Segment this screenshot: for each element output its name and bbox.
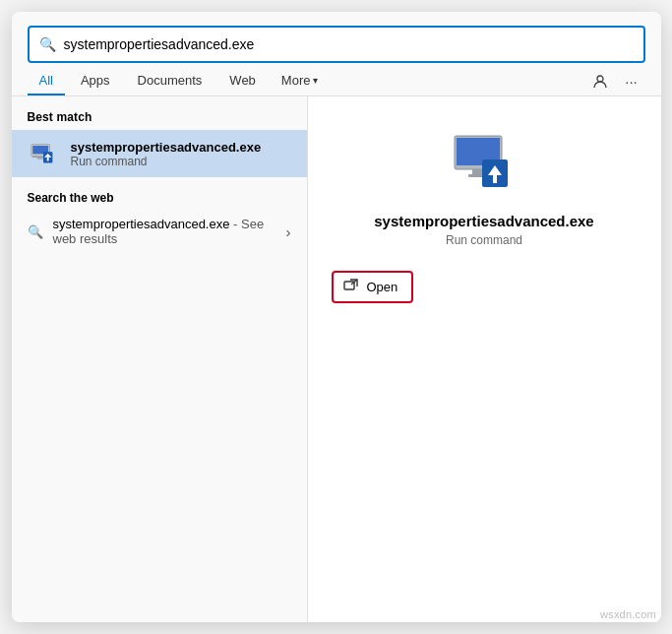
left-panel: Best match [12,96,307,622]
svg-rect-2 [36,158,44,159]
watermark: wsxdn.com [600,608,656,620]
account-icon [592,74,608,90]
main-content: Best match [12,96,661,622]
best-match-item[interactable]: systempropertiesadvanced.exe Run command [12,130,307,177]
svg-rect-14 [493,175,497,183]
tab-all[interactable]: All [28,67,65,95]
detail-app-svg-icon [449,126,519,197]
sys-props-icon [29,139,58,168]
svg-point-0 [597,76,603,82]
search-input[interactable] [64,36,634,52]
best-match-text: systempropertiesadvanced.exe Run command [71,140,262,168]
tab-web[interactable]: Web [217,67,268,95]
chevron-down-icon: ▾ [313,75,318,86]
ellipsis-icon: ··· [625,73,638,90]
detail-title: systempropertiesadvanced.exe [332,213,638,229]
tab-more[interactable]: More ▾ [272,67,329,95]
web-query-text: systempropertiesadvanced.exe [53,217,230,231]
tabs-actions: ··· [586,68,645,95]
search-input-wrapper: 🔍 [28,26,645,63]
best-match-sub: Run command [71,155,262,168]
web-chevron-right-icon: › [286,223,291,240]
detail-subtitle: Run command [332,233,638,247]
tab-documents[interactable]: Documents [126,67,214,95]
search-bar-area: 🔍 [12,12,661,63]
app-icon [28,138,59,169]
web-results-label: web results [53,231,118,246]
web-section-label: Search the web [12,177,307,211]
tab-apps[interactable]: Apps [69,67,122,95]
best-match-name: systempropertiesadvanced.exe [71,140,262,155]
open-btn-label: Open [367,280,398,294]
open-button[interactable]: Open [332,271,414,303]
detail-icon-area [332,126,638,197]
open-svg-icon [343,278,359,293]
search-window: 🔍 All Apps Documents Web More ▾ ··· [12,12,661,622]
search-icon: 🔍 [39,36,56,52]
open-icon [343,278,359,296]
tabs-row: All Apps Documents Web More ▾ ··· [12,63,661,96]
right-panel: systempropertiesadvanced.exe Run command… [307,96,661,622]
web-result-item[interactable]: 🔍 systempropertiesadvanced.exe - Seeweb … [12,211,307,252]
account-icon-btn[interactable] [586,68,614,95]
more-options-btn[interactable]: ··· [618,68,645,95]
web-result-text: systempropertiesadvanced.exe - Seeweb re… [53,217,276,246]
tab-more-label: More [281,73,311,88]
web-search-icon: 🔍 [28,224,43,239]
best-match-label: Best match [12,110,307,130]
svg-rect-7 [46,158,48,161]
